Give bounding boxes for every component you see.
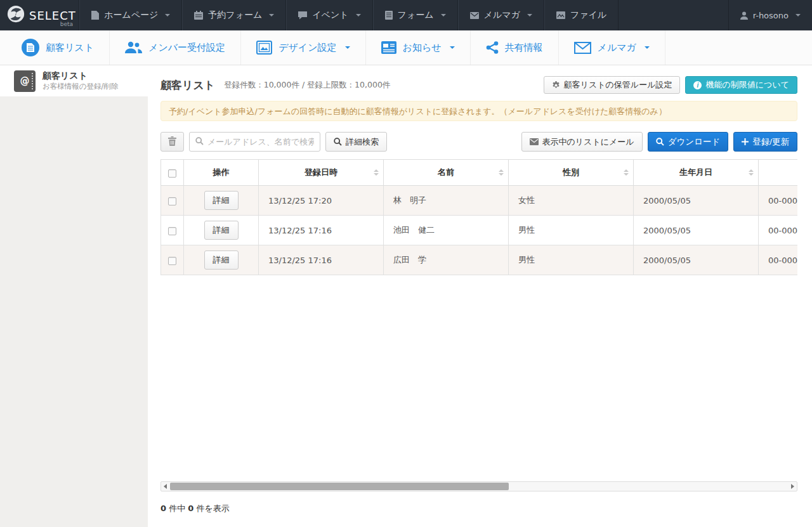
caret-down-icon bbox=[165, 14, 170, 16]
customer-table: 操作 登録日時 名前 性別 生年月日 詳細 13/12/25 17:20 林 明… bbox=[160, 159, 797, 275]
addressbook-icon: @ bbox=[14, 70, 36, 92]
mail-to-list-button[interactable]: 表示中のリストにメール bbox=[521, 132, 643, 152]
detail-button[interactable]: 詳細 bbox=[204, 250, 239, 270]
advanced-search-button[interactable]: 詳細検索 bbox=[325, 132, 387, 152]
delete-selected-button[interactable] bbox=[160, 132, 184, 152]
empty-area bbox=[160, 275, 797, 481]
storage-rule-settings-button[interactable]: 顧客リストの保管ルール設定 bbox=[544, 76, 681, 94]
sort-icon[interactable] bbox=[624, 169, 629, 176]
picture-icon bbox=[556, 11, 565, 19]
mail-icon bbox=[530, 138, 539, 145]
table-row: 詳細 13/12/25 17:20 林 明子 女性 2000/05/05 00-… bbox=[161, 186, 798, 216]
scroll-left-arrow[interactable] bbox=[161, 482, 169, 491]
brand-logo[interactable]: SELECT beta bbox=[0, 0, 79, 30]
sort-icon[interactable] bbox=[499, 169, 504, 176]
scrollbar-thumb[interactable] bbox=[170, 483, 509, 490]
sort-icon[interactable] bbox=[749, 169, 754, 176]
subnav-item-label: お知らせ bbox=[403, 42, 442, 54]
detail-button[interactable]: 詳細 bbox=[204, 191, 239, 210]
download-button[interactable]: ダウンロード bbox=[648, 132, 729, 152]
caret-down-icon bbox=[441, 14, 446, 16]
column-header-gender[interactable]: 性別 bbox=[509, 160, 634, 186]
row-checkbox[interactable] bbox=[168, 227, 176, 235]
topnav-item-newsletter[interactable]: メルマガ bbox=[458, 0, 544, 30]
detail-button[interactable]: 詳細 bbox=[204, 221, 239, 240]
trash-icon bbox=[168, 136, 176, 148]
row-checkbox-cell bbox=[161, 216, 184, 245]
row-checkbox[interactable] bbox=[168, 197, 176, 205]
topnav-item-label: イベント bbox=[312, 10, 348, 21]
caret-down-icon bbox=[527, 14, 532, 16]
search-icon bbox=[656, 138, 664, 146]
result-count: 0 件中 0 件を表示 bbox=[160, 503, 797, 514]
form-icon bbox=[385, 11, 393, 20]
search-input[interactable] bbox=[207, 137, 314, 146]
search-icon bbox=[195, 136, 204, 148]
storage-rule-settings-label: 顧客リストの保管ルール設定 bbox=[564, 79, 672, 91]
row-date-cell: 13/12/25 17:20 bbox=[259, 186, 384, 216]
column-header-label: 名前 bbox=[438, 167, 454, 177]
column-header-birthdate[interactable]: 生年月日 bbox=[634, 160, 759, 186]
row-action-cell: 詳細 bbox=[184, 186, 259, 216]
subnav-item-newsletter[interactable]: メルマガ bbox=[559, 30, 665, 65]
main-content: 顧客リスト 登録件数：10,000件 / 登録上限数：10,000件 顧客リスト… bbox=[148, 65, 812, 527]
search-icon bbox=[334, 138, 342, 146]
caret-down-icon bbox=[345, 46, 350, 49]
mail-icon bbox=[470, 12, 479, 19]
scroll-right-arrow[interactable] bbox=[789, 482, 797, 491]
row-checkbox[interactable] bbox=[168, 257, 176, 265]
members-icon bbox=[125, 41, 142, 54]
topnav-item-event[interactable]: イベント bbox=[286, 0, 372, 30]
count-label: 件を表示 bbox=[197, 504, 230, 513]
subnav-item-member-settings[interactable]: メンバー受付設定 bbox=[110, 30, 241, 65]
row-phone-cell: 00-0000-0 bbox=[759, 216, 798, 245]
topnav-item-homepage[interactable]: ホームページ bbox=[79, 0, 182, 30]
column-header-label: 性別 bbox=[563, 167, 579, 177]
feature-limits-button[interactable]: i 機能の制限値について bbox=[685, 76, 797, 94]
count-label: 件中 bbox=[169, 504, 185, 513]
caret-down-icon bbox=[645, 46, 650, 49]
subnav-item-design-settings[interactable]: デザイン設定 bbox=[241, 30, 365, 65]
page-icon bbox=[91, 11, 99, 20]
row-gender-cell: 女性 bbox=[509, 186, 634, 216]
caret-down-icon bbox=[269, 14, 274, 16]
brand-beta-tag: beta bbox=[60, 21, 73, 27]
caret-down-icon bbox=[796, 14, 801, 16]
advanced-search-label: 詳細検索 bbox=[346, 136, 379, 148]
column-header-label: 操作 bbox=[213, 167, 230, 177]
topnav-item-reservation-form[interactable]: 予約フォーム bbox=[182, 0, 286, 30]
topnav-item-label: メルマガ bbox=[484, 10, 520, 21]
brand-name: SELECT bbox=[29, 9, 76, 22]
chat-icon bbox=[298, 11, 307, 20]
horizontal-scrollbar[interactable] bbox=[160, 481, 797, 491]
topnav-item-label: フォーム bbox=[398, 10, 434, 21]
subnav-item-customer-list[interactable]: 顧客リスト bbox=[6, 30, 110, 65]
customer-table-viewport: 操作 登録日時 名前 性別 生年月日 詳細 13/12/25 17:20 林 明… bbox=[160, 159, 797, 275]
row-birthdate-cell: 2000/05/05 bbox=[634, 216, 759, 245]
column-header-name[interactable]: 名前 bbox=[384, 160, 509, 186]
subnav-item-label: デザイン設定 bbox=[278, 42, 336, 54]
search-box bbox=[189, 132, 320, 152]
topnav-item-form[interactable]: フォーム bbox=[373, 0, 458, 30]
user-icon bbox=[740, 11, 748, 20]
user-menu[interactable]: r-hosono bbox=[728, 0, 812, 30]
user-name: r-hosono bbox=[753, 11, 789, 20]
sort-icon[interactable] bbox=[374, 169, 379, 176]
subnav-item-shared-info[interactable]: 共有情報 bbox=[471, 30, 559, 65]
subnav-item-label: メルマガ bbox=[598, 42, 636, 54]
select-all-checkbox[interactable] bbox=[168, 169, 176, 178]
topnav-item-label: ファイル bbox=[570, 10, 606, 21]
design-icon bbox=[256, 41, 272, 55]
register-update-button[interactable]: 登録/更新 bbox=[733, 132, 797, 152]
subnav-item-announcements[interactable]: お知らせ bbox=[366, 30, 471, 65]
column-header-registered-date[interactable]: 登録日時 bbox=[259, 160, 384, 186]
row-action-cell: 詳細 bbox=[184, 245, 259, 275]
topnav-item-label: ホームページ bbox=[104, 10, 158, 21]
row-phone-cell: 00-0000-0 bbox=[759, 245, 798, 275]
topnav-item-file[interactable]: ファイル bbox=[544, 0, 619, 30]
row-action-cell: 詳細 bbox=[184, 216, 259, 245]
row-birthdate-cell: 2000/05/05 bbox=[634, 186, 759, 216]
count-shown-total: 0 bbox=[160, 504, 166, 513]
table-row: 詳細 13/12/25 17:16 池田 健二 男性 2000/05/05 00… bbox=[161, 216, 798, 245]
column-header-action: 操作 bbox=[184, 160, 259, 186]
